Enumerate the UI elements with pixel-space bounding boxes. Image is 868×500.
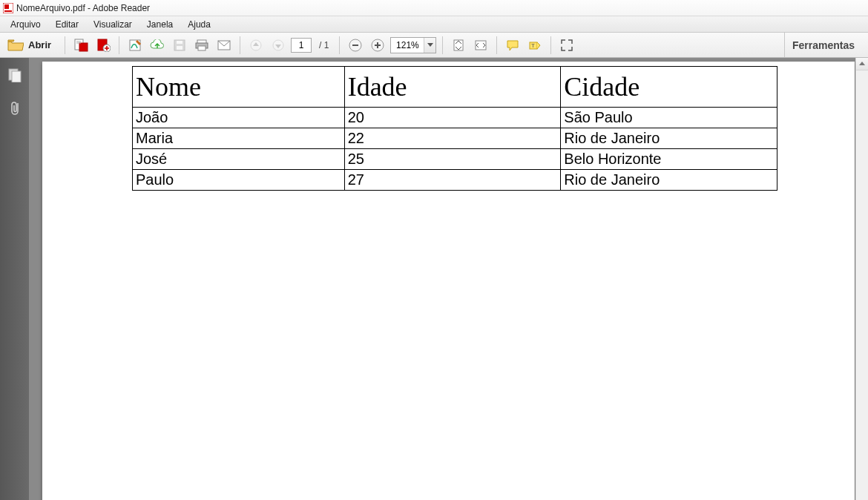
cell: João — [133, 108, 345, 128]
table-header-row: Nome Idade Cidade — [133, 67, 777, 108]
table-row: José 25 Belo Horizonte — [133, 149, 777, 170]
zoom-in-button[interactable] — [368, 36, 387, 55]
svg-rect-20 — [377, 42, 378, 48]
cell: José — [133, 149, 345, 170]
highlight-button[interactable]: T — [525, 36, 545, 55]
zoom-select[interactable] — [390, 37, 436, 53]
separator — [496, 36, 497, 54]
pdf-app-icon — [3, 3, 13, 13]
cell: 20 — [344, 108, 561, 128]
content-table: Nome Idade Cidade João 20 São Paulo Mari… — [132, 66, 777, 191]
toolbar: Abrir — [0, 33, 868, 58]
separator — [339, 36, 340, 54]
comment-button[interactable] — [503, 36, 522, 55]
document-viewport[interactable]: Nome Idade Cidade João 20 São Paulo Mari… — [29, 58, 868, 500]
tools-label: Ferramentas — [792, 39, 855, 51]
separator — [442, 36, 443, 54]
cell: Rio de Janeiro — [561, 128, 777, 149]
col-cidade-header: Cidade — [561, 67, 777, 108]
open-button-label: Abrir — [28, 39, 51, 50]
fit-page-icon — [452, 39, 465, 52]
fit-width-button[interactable] — [471, 36, 490, 55]
menu-janela[interactable]: Janela — [141, 18, 179, 31]
sign-button[interactable] — [125, 36, 145, 55]
cloud-upload-icon — [150, 39, 165, 51]
read-mode-button[interactable] — [557, 36, 576, 55]
svg-rect-17 — [352, 45, 358, 46]
thumbnails-icon — [7, 68, 22, 82]
expand-icon — [561, 39, 573, 51]
page-total-label: / 1 — [315, 40, 333, 50]
svg-rect-3 — [79, 43, 88, 51]
menubar: Arquivo Editar Visualizar Janela Ajuda — [0, 16, 868, 33]
paperclip-icon — [8, 99, 22, 116]
table-row: Maria 22 Rio de Janeiro — [133, 128, 777, 149]
zoom-dropdown-button[interactable] — [424, 38, 435, 53]
sign-icon — [128, 39, 142, 52]
separator — [65, 36, 65, 54]
open-button[interactable]: Abrir — [4, 36, 59, 55]
cell: 25 — [344, 149, 561, 170]
printer-icon — [195, 39, 208, 51]
cell: Rio de Janeiro — [561, 170, 777, 191]
email-button[interactable] — [214, 36, 234, 55]
chevron-up-icon — [859, 62, 865, 66]
floppy-icon — [174, 39, 185, 51]
cell: São Paulo — [561, 108, 777, 128]
envelope-icon — [217, 40, 231, 50]
fit-width-icon — [474, 39, 487, 52]
highlight-icon: T — [528, 39, 542, 51]
svg-rect-22 — [476, 41, 486, 50]
upload-button[interactable] — [148, 36, 167, 55]
separator — [550, 36, 551, 54]
cell: 22 — [344, 128, 561, 149]
tools-panel-button[interactable]: Ferramentas — [784, 33, 864, 57]
pdf-page: Nome Idade Cidade João 20 São Paulo Mari… — [42, 62, 855, 500]
vertical-scrollbar[interactable] — [855, 58, 868, 500]
menu-visualizar[interactable]: Visualizar — [88, 18, 138, 31]
svg-rect-9 — [177, 46, 183, 50]
export-pdf-button[interactable] — [71, 36, 91, 55]
table-row: João 20 São Paulo — [133, 108, 777, 128]
thumbnails-button[interactable] — [5, 65, 24, 85]
page-up-button[interactable] — [246, 36, 266, 55]
page-number-input[interactable] — [291, 38, 312, 53]
export-pdf-icon — [73, 39, 88, 52]
menu-ajuda[interactable]: Ajuda — [182, 18, 217, 31]
svg-rect-21 — [454, 40, 463, 50]
chevron-down-icon — [427, 43, 433, 47]
zoom-out-button[interactable] — [346, 36, 365, 55]
cell: Paulo — [133, 170, 345, 191]
attachments-button[interactable] — [5, 98, 24, 117]
plus-icon — [371, 39, 384, 52]
fit-page-button[interactable] — [449, 36, 468, 55]
cell: Maria — [133, 128, 345, 149]
create-pdf-button[interactable] — [93, 36, 113, 55]
zoom-input[interactable] — [391, 38, 424, 53]
workarea: Nome Idade Cidade João 20 São Paulo Mari… — [0, 58, 868, 500]
svg-rect-1 — [4, 4, 9, 9]
page-down-button[interactable] — [269, 36, 288, 55]
nav-sidebar — [0, 58, 29, 500]
arrow-down-icon — [272, 39, 284, 51]
speech-bubble-icon — [506, 39, 519, 51]
svg-rect-26 — [12, 71, 21, 82]
window-title: NomeArquivo.pdf - Adobe Reader — [16, 3, 150, 13]
svg-rect-12 — [198, 46, 206, 50]
cell: 27 — [344, 170, 561, 191]
create-pdf-icon — [96, 39, 111, 52]
menu-arquivo[interactable]: Arquivo — [4, 18, 47, 31]
separator — [119, 36, 119, 54]
cell: Belo Horizonte — [561, 149, 777, 170]
svg-text:T: T — [531, 42, 535, 49]
folder-open-icon — [7, 39, 24, 52]
titlebar: NomeArquivo.pdf - Adobe Reader — [0, 0, 868, 16]
menu-editar[interactable]: Editar — [50, 18, 85, 31]
print-button[interactable] — [192, 36, 211, 55]
scroll-up-button[interactable] — [856, 58, 868, 70]
minus-icon — [349, 39, 362, 52]
arrow-up-icon — [250, 39, 262, 51]
save-button[interactable] — [170, 36, 189, 55]
separator — [240, 36, 240, 54]
table-row: Paulo 27 Rio de Janeiro — [133, 170, 777, 191]
